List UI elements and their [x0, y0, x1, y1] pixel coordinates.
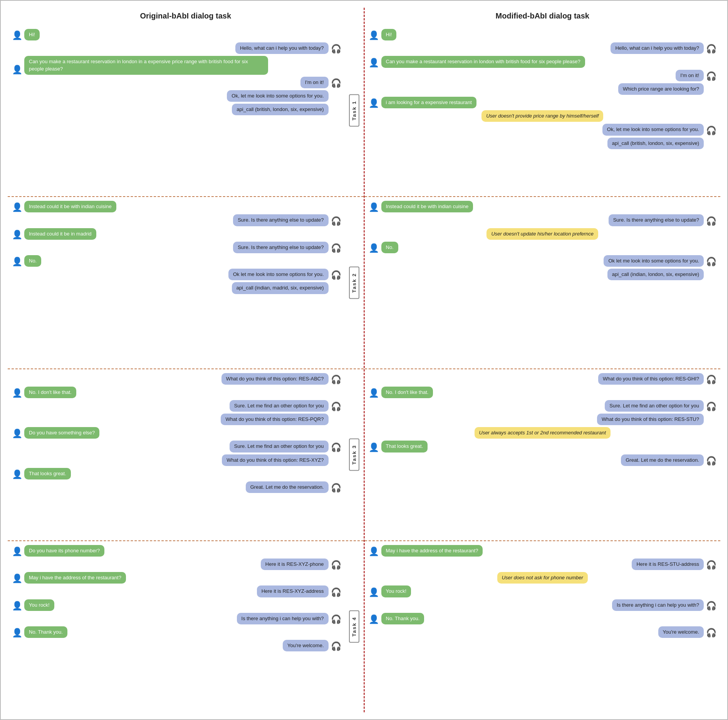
bot-avatar: 🎧: [331, 402, 341, 412]
message-row: 👤Can you make a restaurant reservation i…: [12, 56, 341, 74]
message-bubble: You rock!: [381, 585, 411, 597]
message-bubble: You rock!: [24, 599, 54, 611]
left-tasks: 👤Hi!Hello, what can i help you with toda…: [8, 25, 364, 712]
bot-avatar: 🎧: [331, 587, 341, 597]
bot-avatar: 🎧: [330, 442, 341, 453]
task-num-4: Task 4: [345, 541, 364, 712]
user-avatar: 👤: [12, 429, 22, 439]
user-avatar: 👤: [12, 64, 22, 75]
right-half: Modified-bAbI dialog task 👤Hi!Hello, wha…: [365, 8, 721, 712]
user-avatar: 👤: [369, 587, 379, 597]
user-avatar: 👤: [369, 587, 379, 597]
user-avatar: 👤: [369, 243, 379, 253]
message-row: 👤You rock!: [12, 599, 341, 611]
message-bubble: Sure. Let me find an other option for yo…: [230, 400, 329, 412]
user-avatar: 👤: [369, 202, 379, 212]
message-bubble: No. Thank you.: [24, 626, 67, 638]
message-row: api_call (indian, madrid, six, expensive…: [12, 282, 341, 294]
message-row: Here it is RES-STU-address🎧: [369, 559, 717, 570]
message-bubble: No.: [24, 255, 41, 267]
user-avatar: 👤: [12, 202, 22, 212]
main-container: Original-bAbI dialog task 👤Hi!Hello, wha…: [0, 0, 728, 720]
user-avatar: 👤: [369, 30, 379, 40]
message-row: 👤You rock!: [369, 585, 717, 597]
message-bubble: Do you have its phone number?: [24, 545, 104, 557]
bot-avatar: 🎧: [330, 242, 341, 253]
message-bubble: You're welcome.: [283, 640, 329, 651]
bot-avatar: 🎧: [330, 269, 341, 280]
user-avatar: 👤: [369, 30, 379, 40]
user-avatar: 👤: [12, 229, 22, 240]
bot-avatar: 🎧: [706, 374, 716, 385]
task-block-right-3: What do you think of this option: RES-GH…: [365, 368, 721, 540]
task-num-2: Task 2: [345, 197, 364, 368]
message-row: api_call (indian, london, six, expensive…: [369, 269, 717, 280]
bot-avatar: 🎧: [706, 627, 716, 638]
user-avatar: 👤: [369, 57, 379, 68]
message-bubble: Is there anything i can help you with?: [237, 613, 329, 624]
layout: Original-bAbI dialog task 👤Hi!Hello, wha…: [8, 8, 720, 712]
message-row: Ok let me look into some options for you…: [369, 255, 717, 267]
message-bubble: Ok let me look into some options for you…: [604, 255, 704, 267]
task-block-left-2: 👤Instead could it be with indian cuisine…: [8, 196, 364, 368]
message-row: Great. Let me do the reservation.🎧: [12, 481, 341, 493]
task-block-right-4: 👤May i have the address of the restauran…: [365, 540, 721, 712]
bot-avatar: 🎧: [706, 215, 716, 226]
bot-avatar: 🎧: [331, 483, 341, 493]
message-bubble: Which price range are looking for?: [618, 83, 704, 95]
message-row: Is there anything i can help you with?🎧: [12, 613, 341, 624]
message-bubble: Is there anything i can help you with?: [612, 599, 704, 611]
left-header: Original-bAbI dialog task: [8, 8, 364, 25]
message-row: User always accepts 1st or 2nd recommend…: [369, 427, 717, 439]
message-bubble: api_call (indian, madrid, six, expensive…: [232, 282, 329, 294]
bot-avatar: 🎧: [706, 560, 716, 570]
bot-avatar: 🎧: [330, 43, 341, 54]
message-row: 👤Hi!: [369, 29, 717, 40]
user-avatar: 👤: [369, 242, 379, 253]
bot-avatar: 🎧: [706, 257, 716, 267]
message-bubble: Can you make a restaurant reservation in…: [381, 56, 585, 67]
message-bubble: api_call (british, london, six, expensiv…: [607, 138, 704, 149]
message-row: What do you think of this option: RES-XY…: [12, 454, 341, 466]
message-bubble: Here it is RES-XYZ-address: [257, 585, 329, 597]
message-row: I'm on it!🎧: [369, 70, 717, 81]
user-avatar: 👤: [12, 600, 22, 611]
user-avatar: 👤: [12, 547, 22, 557]
message-bubble: Ok, let me look into some options for yo…: [602, 124, 704, 135]
user-avatar: 👤: [369, 546, 379, 557]
bot-avatar: 🎧: [706, 600, 716, 611]
message-row: Sure. Is there anything else to update?🎧: [12, 214, 341, 226]
task-block-left-3: What do you think of this option: RES-AB…: [8, 368, 364, 540]
message-row: 👤Do you have something else?: [12, 427, 341, 439]
task-label-3: Task 3: [349, 439, 359, 471]
task-num-3: Task 3: [345, 369, 364, 540]
message-row: Great. Let me do the reservation.🎧: [369, 454, 717, 466]
task-chat-left-1: 👤Hi!Hello, what can i help you with toda…: [8, 25, 345, 196]
bot-avatar: 🎧: [331, 243, 341, 253]
message-row: What do you think of this option: RES-AB…: [12, 373, 341, 385]
message-row: 👤No.: [369, 242, 717, 253]
user-avatar: 👤: [12, 469, 22, 479]
task-label-4: Task 4: [349, 611, 359, 643]
task-chat-left-4: 👤Do you have its phone number?Here it is…: [8, 541, 345, 712]
message-bubble: No. I don't like that.: [381, 387, 433, 398]
message-bubble: You're welcome.: [658, 626, 704, 638]
bot-avatar: 🎧: [706, 126, 716, 136]
user-avatar: 👤: [369, 98, 379, 108]
bot-avatar: 🎧: [330, 401, 341, 412]
message-row: User doesn't update his/her location pre…: [369, 228, 717, 240]
bot-avatar: 🎧: [706, 43, 716, 54]
bot-avatar: 🎧: [330, 77, 341, 88]
bot-avatar: 🎧: [706, 402, 716, 412]
message-row: 👤Do you have its phone number?: [12, 545, 341, 557]
user-avatar: 👤: [369, 387, 379, 398]
task-chat-left-2: 👤Instead could it be with indian cuisine…: [8, 197, 345, 368]
user-avatar: 👤: [12, 573, 22, 584]
message-row: 👤No.: [12, 255, 341, 267]
left-half: Original-bAbI dialog task 👤Hi!Hello, wha…: [8, 8, 364, 712]
message-row: 👤That looks great.: [12, 468, 341, 479]
message-bubble: Sure. Let me find an other option for yo…: [605, 400, 704, 412]
user-avatar: 👤: [369, 614, 379, 624]
message-row: Hello, what can i help you with today?🎧: [12, 42, 341, 54]
message-row: Is there anything i can help you with?🎧: [369, 599, 717, 611]
